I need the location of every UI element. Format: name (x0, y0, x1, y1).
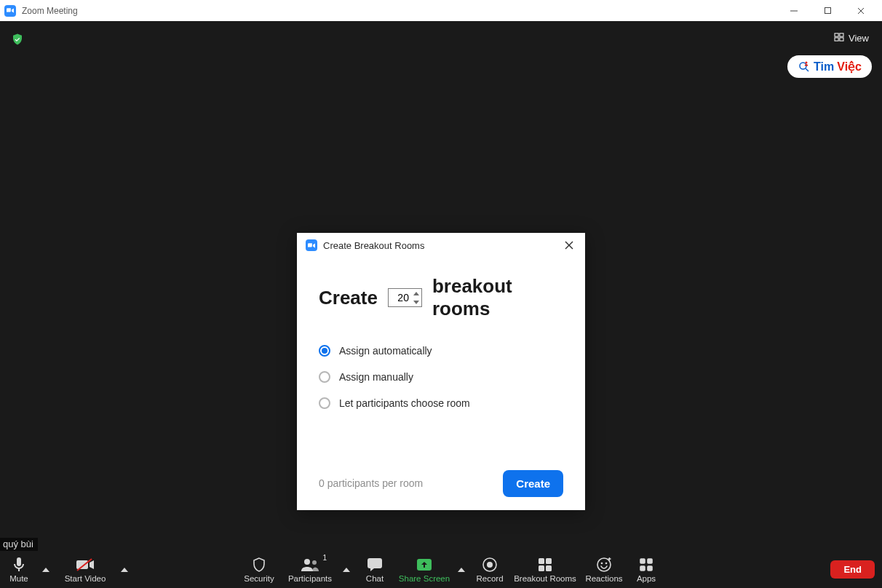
option-label: Assign manually (339, 371, 413, 383)
video-off-icon (76, 557, 94, 573)
mute-label: Mute (9, 574, 28, 583)
svg-rect-22 (546, 565, 552, 571)
chat-icon (368, 557, 382, 573)
window-minimize-button[interactable] (777, 0, 811, 21)
people-icon (301, 557, 319, 573)
shield-icon (253, 557, 266, 573)
encryption-shield-icon[interactable] (10, 32, 25, 47)
create-suffix: breakout rooms (432, 275, 563, 320)
security-label: Security (244, 574, 274, 583)
radio-icon (319, 371, 330, 383)
window-close-button[interactable] (844, 0, 878, 21)
share-screen-icon (416, 557, 432, 573)
window-titlebar: Zoom Meeting (0, 0, 882, 21)
option-label: Let participants choose room (339, 397, 470, 409)
svg-rect-1 (825, 8, 830, 14)
svg-point-23 (597, 558, 611, 571)
watermark-badge: TimViệc (787, 55, 872, 78)
share-screen-button[interactable]: Share Screen (395, 551, 453, 588)
participants-count: 1 (322, 554, 327, 562)
video-options-chevron[interactable] (116, 551, 132, 588)
participants-options-chevron[interactable] (338, 551, 354, 588)
room-count-up[interactable] (411, 289, 421, 298)
svg-rect-20 (546, 558, 552, 564)
participants-per-room-text: 0 participants per room (319, 477, 423, 489)
room-count-input[interactable] (389, 290, 410, 306)
share-options-chevron[interactable] (453, 551, 469, 588)
end-button[interactable]: End (830, 560, 875, 579)
start-video-button[interactable]: Start Video (54, 551, 116, 588)
view-label: View (849, 33, 869, 44)
window-maximize-button[interactable] (811, 0, 844, 21)
room-count-stepper[interactable] (388, 288, 422, 307)
meeting-toolbar: Mute Start Video Security 1 Participants… (0, 551, 882, 588)
create-button[interactable]: Create (503, 470, 563, 497)
participants-label: Participants (288, 574, 332, 583)
timviec-logo-icon (798, 60, 811, 74)
breakout-rooms-button[interactable]: Breakout Rooms (510, 551, 580, 588)
svg-point-15 (312, 560, 317, 565)
self-name-tag: quý bùi (0, 538, 38, 551)
meeting-area: View TimViệc quý bùi Create Breakout Roo… (0, 21, 882, 551)
apps-label: Apps (637, 574, 656, 583)
assign-automatically-option[interactable]: Assign automatically (319, 345, 563, 357)
breakout-rooms-icon (538, 557, 552, 573)
record-button[interactable]: Record (469, 551, 510, 588)
security-button[interactable]: Security (237, 551, 282, 588)
watermark-text-2: Việc (837, 60, 862, 74)
apps-icon (639, 557, 653, 573)
zoom-app-icon (4, 5, 16, 17)
svg-rect-7 (840, 38, 843, 41)
reactions-label: Reactions (585, 574, 622, 583)
svg-point-10 (806, 61, 808, 63)
assign-manually-option[interactable]: Assign manually (319, 371, 563, 383)
share-screen-label: Share Screen (399, 574, 450, 583)
start-video-label: Start Video (65, 574, 106, 583)
breakout-rooms-label: Breakout Rooms (514, 574, 576, 583)
window-title: Zoom Meeting (22, 6, 78, 16)
apps-button[interactable]: Apps (628, 551, 664, 588)
svg-rect-5 (840, 33, 843, 36)
radio-icon (319, 397, 330, 409)
svg-line-9 (806, 68, 808, 71)
svg-rect-19 (539, 558, 544, 564)
svg-point-25 (605, 562, 608, 564)
svg-rect-29 (648, 566, 652, 571)
dialog-close-button[interactable] (562, 238, 576, 253)
chat-label: Chat (366, 574, 384, 583)
view-button[interactable]: View (828, 30, 875, 47)
svg-rect-4 (835, 33, 838, 36)
dialog-body: Create breakout rooms Assign automatical… (297, 258, 585, 466)
participants-button[interactable]: 1 Participants (282, 551, 338, 588)
svg-rect-21 (539, 565, 544, 571)
dialog-header: Create Breakout Rooms (297, 233, 585, 258)
zoom-app-icon (306, 239, 317, 251)
create-prefix: Create (319, 287, 378, 309)
mute-options-chevron[interactable] (38, 551, 54, 588)
microphone-icon (13, 557, 25, 573)
watermark-text-1: Tim (814, 60, 834, 74)
radio-icon (319, 345, 330, 357)
record-icon (482, 557, 497, 573)
svg-rect-28 (640, 566, 645, 571)
svg-rect-6 (835, 38, 838, 41)
reactions-button[interactable]: Reactions (580, 551, 628, 588)
dialog-title: Create Breakout Rooms (323, 240, 424, 251)
option-label: Assign automatically (339, 345, 432, 357)
svg-rect-26 (640, 559, 645, 563)
svg-point-24 (601, 562, 603, 564)
create-breakout-rooms-dialog: Create Breakout Rooms Create breakout ro… (297, 233, 585, 510)
mute-button[interactable]: Mute (0, 551, 38, 588)
svg-point-18 (487, 562, 493, 568)
create-line: Create breakout rooms (319, 275, 563, 320)
grid-icon (834, 33, 844, 44)
let-participants-choose-option[interactable]: Let participants choose room (319, 397, 563, 409)
dialog-footer: 0 participants per room Create (297, 466, 585, 510)
room-count-down[interactable] (411, 298, 421, 306)
record-label: Record (476, 574, 503, 583)
svg-point-14 (304, 559, 310, 565)
chat-button[interactable]: Chat (354, 551, 395, 588)
reactions-icon (597, 557, 611, 573)
svg-rect-27 (648, 559, 652, 563)
